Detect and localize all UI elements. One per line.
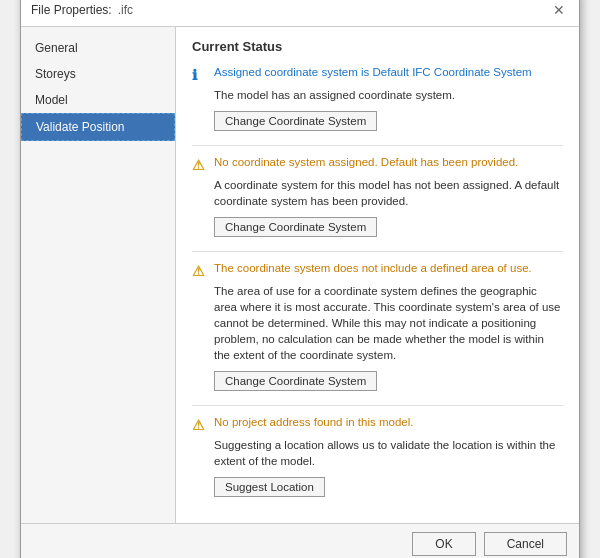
status-header-1: ⚠ No coordinate system assigned. Default… [192,156,563,173]
sidebar-item-storeys[interactable]: Storeys [21,61,175,87]
change-coordinate-system-button-0[interactable]: Change Coordinate System [214,111,377,131]
status-block-1: ⚠ No coordinate system assigned. Default… [192,156,563,237]
dialog-title-file: .ifc [118,3,133,17]
sidebar-item-model[interactable]: Model [21,87,175,113]
status-desc-1: A coordinate system for this model has n… [214,177,563,209]
dialog-body: General Storeys Model Validate Position … [21,27,579,524]
divider-1 [192,251,563,252]
divider-2 [192,405,563,406]
close-button[interactable]: ✕ [549,0,569,20]
status-header-0: ℹ Assigned coordinate system is Default … [192,66,563,83]
dialog-title: File Properties: [31,3,112,17]
title-bar-left: File Properties: .ifc [31,3,133,17]
status-block-0: ℹ Assigned coordinate system is Default … [192,66,563,131]
status-block-3: ⚠ No project address found in this model… [192,416,563,497]
status-message-1: No coordinate system assigned. Default h… [214,156,563,168]
warn-icon-1: ⚠ [192,157,208,173]
warn-icon-2: ⚠ [192,263,208,279]
main-content: Current Status ℹ Assigned coordinate sys… [176,27,579,524]
dialog-footer: OK Cancel [21,523,579,558]
status-message-0: Assigned coordinate system is Default IF… [214,66,563,78]
title-bar: File Properties: .ifc ✕ [21,0,579,27]
status-header-3: ⚠ No project address found in this model… [192,416,563,433]
info-icon-0: ℹ [192,67,208,83]
status-block-2: ⚠ The coordinate system does not include… [192,262,563,391]
ok-button[interactable]: OK [412,532,475,556]
status-message-2: The coordinate system does not include a… [214,262,563,274]
change-coordinate-system-button-2[interactable]: Change Coordinate System [214,371,377,391]
sidebar: General Storeys Model Validate Position [21,27,176,524]
change-coordinate-system-button-1[interactable]: Change Coordinate System [214,217,377,237]
sidebar-item-validate-position[interactable]: Validate Position [21,113,175,141]
suggest-location-button[interactable]: Suggest Location [214,477,325,497]
status-desc-2: The area of use for a coordinate system … [214,283,563,363]
status-desc-3: Suggesting a location allows us to valid… [214,437,563,469]
status-message-3: No project address found in this model. [214,416,563,428]
cancel-button[interactable]: Cancel [484,532,567,556]
status-desc-0: The model has an assigned coordinate sys… [214,87,563,103]
divider-0 [192,145,563,146]
file-properties-dialog: File Properties: .ifc ✕ General Storeys … [20,0,580,558]
sidebar-item-general[interactable]: General [21,35,175,61]
status-header-2: ⚠ The coordinate system does not include… [192,262,563,279]
section-title: Current Status [192,39,563,54]
warn-icon-3: ⚠ [192,417,208,433]
